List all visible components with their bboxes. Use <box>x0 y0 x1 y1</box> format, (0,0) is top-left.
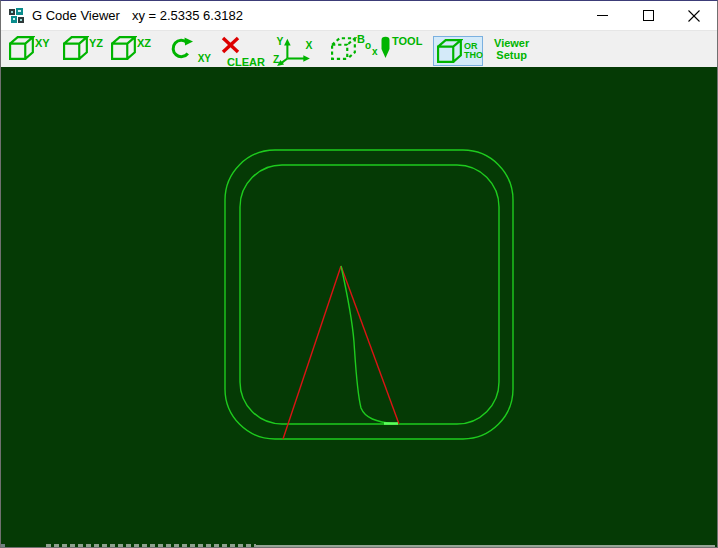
close-button[interactable] <box>671 1 717 30</box>
titlebar-xy-coordinates: xy = 2.5335 6.3182 <box>132 8 243 23</box>
gcode-viewport[interactable] <box>1 67 717 547</box>
maximize-button[interactable] <box>625 1 671 30</box>
tool-button[interactable]: TOOL <box>379 36 425 62</box>
view-xz-label: XZ <box>137 38 151 49</box>
cube-icon <box>9 36 35 60</box>
status-strip-solid <box>256 545 715 547</box>
box-label-o: o <box>365 40 371 51</box>
axes-y-label: Y <box>276 36 283 47</box>
toolbar: XY YZ XZ XY <box>1 31 717 67</box>
axes-x-label: X <box>306 40 313 51</box>
tool-bit-icon <box>379 36 392 60</box>
dashed-cube-icon <box>331 36 357 60</box>
cube-icon <box>63 36 89 60</box>
viewer-setup-label: Viewer Setup <box>494 37 529 61</box>
ortho-toggle-button[interactable]: OR THO <box>433 36 483 66</box>
rotate-xy-label: XY <box>198 53 211 64</box>
clipped-status-text <box>1 544 717 547</box>
clear-x-icon <box>221 36 241 54</box>
axes-z-label: Z <box>273 54 279 65</box>
rotate-xy-button[interactable]: XY <box>169 36 209 62</box>
viewer-setup-button[interactable]: Viewer Setup <box>494 36 548 62</box>
minimize-button[interactable] <box>579 1 625 30</box>
view-yz-button[interactable]: YZ <box>63 36 111 62</box>
tool-label: TOOL <box>392 36 422 47</box>
view-xy-button[interactable]: XY <box>9 36 57 62</box>
rotate-icon <box>169 36 195 60</box>
axes-button[interactable]: Y X Z <box>271 36 321 62</box>
status-strip-dashes <box>46 544 256 547</box>
window-title: G Code Viewer <box>32 8 120 23</box>
box-label-b: B <box>357 33 365 45</box>
window-controls <box>579 1 717 30</box>
cube-icon <box>437 39 463 63</box>
view-xz-button[interactable]: XZ <box>111 36 159 62</box>
cube-icon <box>111 36 137 60</box>
toolpath-drawing <box>1 67 717 547</box>
axes-icon: Y X Z <box>271 36 315 66</box>
titlebar: G Code Viewer xy = 2.5335 6.3182 <box>1 1 717 31</box>
clear-button[interactable]: CLEAR <box>221 36 265 62</box>
app-window: G Code Viewer xy = 2.5335 6.3182 XY <box>0 0 718 548</box>
view-xy-label: XY <box>35 38 50 49</box>
view-yz-label: YZ <box>89 38 103 49</box>
app-icon <box>9 8 25 24</box>
box-button[interactable]: B o x <box>331 36 377 62</box>
box-label-x: x <box>372 46 378 57</box>
status-strip-notch <box>1 544 5 547</box>
ortho-label: OR THO <box>464 42 483 60</box>
